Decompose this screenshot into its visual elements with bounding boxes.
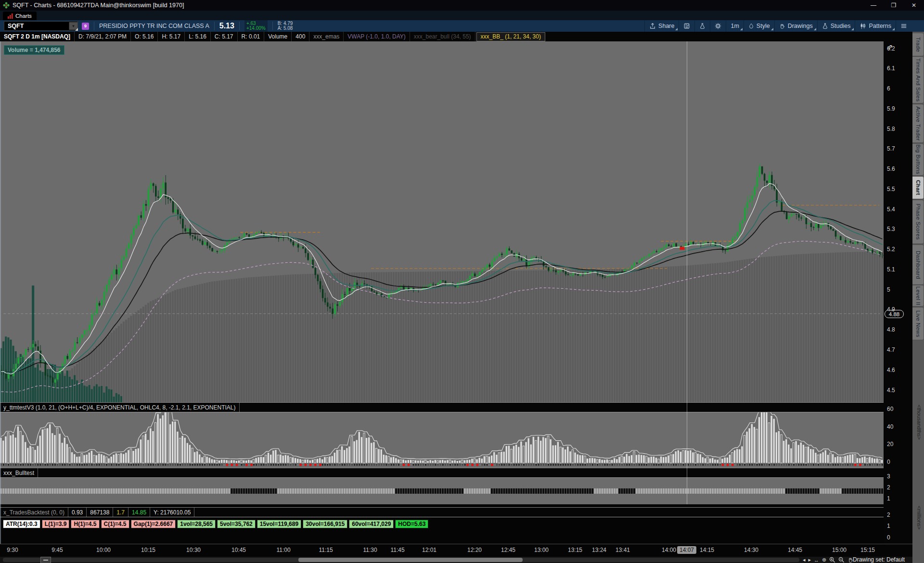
toolbar-menu-button[interactable] <box>896 20 911 32</box>
minimize-button[interactable]: — <box>863 2 884 9</box>
study-axis-tick: 2 <box>887 484 890 491</box>
sidebar-tab-times-and-sales[interactable]: Times And Sales <box>912 56 924 103</box>
snap-to-latest-button[interactable] <box>40 557 51 563</box>
toolbar-drawings-button[interactable]: Drawings <box>774 20 817 32</box>
price-tick: 4.8 <box>887 326 895 333</box>
time-tick: 11:30 <box>357 547 384 553</box>
company-name: PRESIDIO PPTY TR INC COM CLASS A <box>99 23 209 29</box>
scrollbar-thumb[interactable] <box>298 558 523 562</box>
time-tick-label: 9:30 <box>7 547 18 553</box>
header-study-toggle[interactable]: xxx_BB_ (1, 21, 34, 30) <box>476 32 545 41</box>
stat-chip: C(1)=4.5 <box>101 520 129 528</box>
header-study-toggle[interactable]: VWAP (-1.0, 1.0, DAY) <box>344 32 410 41</box>
toolbar-style-button[interactable]: Style <box>744 20 774 32</box>
expand-horizontal-icon[interactable]: ↔ <box>814 557 819 563</box>
price-change: +.63 +14.00% <box>244 20 268 32</box>
crosshair-mode-icon[interactable]: ⊕ <box>822 557 826 563</box>
link-badge[interactable]: 9 <box>82 23 89 30</box>
toolbar-timeframe-button[interactable]: 1m <box>726 20 743 32</box>
time-tick: 13:15 <box>562 547 589 553</box>
backtest-header-cell: 0.93 <box>68 508 87 517</box>
backtest-header-cell: 1.7 <box>113 508 128 517</box>
study-axis-tick: 20 <box>887 441 893 448</box>
maximize-button[interactable]: ❐ <box>884 2 904 9</box>
time-tick: 10:45 <box>225 547 252 553</box>
drawing-set-label[interactable]: Drawing set: Default <box>853 557 905 563</box>
sidebar-tab-phase-scores[interactable]: Phase Scores <box>912 200 924 244</box>
study-axis-tick: 40 <box>887 423 893 430</box>
pan-left-icon[interactable]: ◂ <box>803 557 806 563</box>
stat-chip: 60vol=417,029 <box>349 520 394 528</box>
header-cell: D: 7/9/21, 2:07 PM <box>75 32 131 41</box>
zoom-out-icon[interactable] <box>838 557 845 563</box>
chart-scroll-row: ◂▸↔⊕ Drawing set: Default <box>0 557 924 563</box>
stats-chip-row: ATR(14):0.3L(1)=3.9H(1)=4.5C(1)=4.5Gap(1… <box>3 520 428 528</box>
price-axis[interactable]: 4.88 6.26.165.95.85.75.65.55.45.35.25.15… <box>884 41 912 544</box>
header-cell[interactable]: 400 <box>292 32 309 41</box>
time-tick-label: 10:00 <box>96 547 111 553</box>
title-bar: SQFT - Charts - 686109427TDA Main@thinko… <box>0 0 924 11</box>
price-tick: 4.6 <box>887 367 895 373</box>
close-button[interactable]: ✕ <box>904 2 924 9</box>
header-study-toggle[interactable]: xxx_emas <box>309 32 344 41</box>
price-tick: 5 <box>887 286 890 293</box>
price-tick: 4.5 <box>887 387 895 394</box>
toolbar-share-label: Share <box>658 23 674 29</box>
pan-right-icon[interactable]: ▸ <box>808 557 811 563</box>
zoom-in-icon[interactable] <box>829 557 835 563</box>
bulltest-pane[interactable] <box>0 478 884 504</box>
price-tick: 5.8 <box>887 126 895 132</box>
header-cell[interactable]: Volume <box>264 32 292 41</box>
ask-value: A: 5.08 <box>278 26 293 31</box>
time-tick-label: 13:24 <box>592 547 606 553</box>
axis-unit-millions: <millions> <box>914 506 922 559</box>
study-axis-tick: 1 <box>887 523 890 529</box>
time-tick-label: 10:15 <box>141 547 155 553</box>
price-tick: 5.6 <box>887 166 895 172</box>
sidebar-tab-big-buttons[interactable]: Big Buttons <box>912 143 924 176</box>
sidebar-tab-live-news[interactable]: Live News <box>912 307 924 340</box>
sidebar-tab-chart[interactable]: Chart <box>912 176 924 199</box>
separator <box>239 22 240 30</box>
sidebar-tab-active-trader[interactable]: Active Trader <box>912 104 924 143</box>
main-price-pane[interactable]: Volume = 1,474,856 <box>0 41 884 402</box>
toolbar-settings-button[interactable] <box>710 20 726 32</box>
study1-label[interactable]: y_ttmtestV3 (1.0, 21, (O+H+L+C)/4, EXPON… <box>0 403 240 412</box>
time-tick: 12:45 <box>495 547 522 553</box>
sidebar-tab-dashboard[interactable]: Dashboard <box>912 244 924 285</box>
sidebar-tab-trade[interactable]: Trade <box>912 33 924 56</box>
time-tick: 14:30 <box>738 547 765 553</box>
price-tick: 5.7 <box>887 145 895 152</box>
sidebar-tab-level-ii[interactable]: Level II <box>912 285 924 307</box>
time-tick: 9:45 <box>44 547 71 553</box>
app-logo-icon <box>3 2 10 9</box>
header-study-toggle[interactable]: xxx_bear_bull (34, 55) <box>410 32 475 41</box>
studies-icon <box>822 23 828 29</box>
tab-charts[interactable]: Charts <box>3 12 37 20</box>
study2-label[interactable]: xxx_Bulltest <box>0 468 38 477</box>
toolbar-patterns-button[interactable]: Patterns <box>855 20 896 32</box>
time-tick-label: 12:20 <box>467 547 482 553</box>
symbol-input[interactable]: SQFT ▼ <box>4 21 78 31</box>
time-tick: 13:24 <box>586 547 613 553</box>
change-percent: +14.00% <box>246 26 266 31</box>
toolbar-reports-button[interactable] <box>679 20 694 32</box>
toolbar-studies-button[interactable]: Studies <box>817 20 855 32</box>
time-tick-label: 10:45 <box>231 547 246 553</box>
toolbar-patterns-label: Patterns <box>869 23 891 29</box>
chart-flex-icon[interactable]: ⇗ <box>887 43 893 51</box>
toolbar-analyze-button[interactable] <box>694 20 710 32</box>
share-icon <box>649 23 656 29</box>
ttm-histogram-pane[interactable] <box>0 412 884 468</box>
volume-study-label[interactable]: Volume = 1,474,856 <box>4 45 64 55</box>
study-axis-tick: 0 <box>887 534 890 541</box>
time-axis[interactable]: 9:309:4510:0010:1510:3010:4511:0011:1511… <box>0 544 912 557</box>
scrollbar-track[interactable] <box>3 558 799 562</box>
toolbar-share-button[interactable]: Share <box>644 20 679 32</box>
style-icon <box>748 23 754 29</box>
backtest-header-cell: 14.85 <box>128 508 150 517</box>
symbol-dropdown-button[interactable]: ▼ <box>69 22 77 30</box>
study2-label-bar: xxx_Bulltest <box>0 468 884 478</box>
price-tick: 5.9 <box>887 105 895 112</box>
crosshair-vline <box>687 41 687 504</box>
